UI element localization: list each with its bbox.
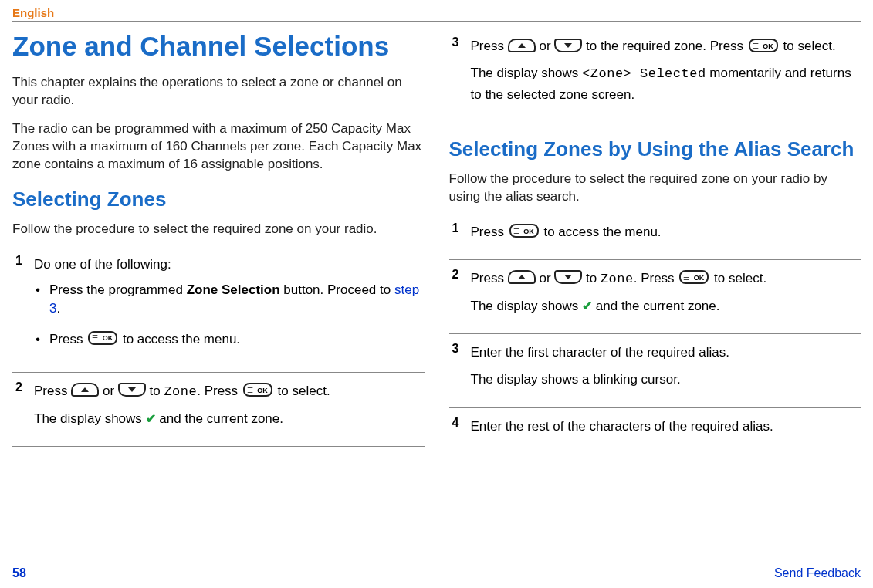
send-feedback-link[interactable]: Send Feedback [774, 566, 861, 580]
intro-paragraph-1: This chapter explains the operations to … [12, 74, 425, 110]
section-selecting-zones-intro: Follow the procedure to select the requi… [12, 221, 425, 238]
footer: 58 Send Feedback [12, 566, 861, 580]
alias-step-4: 4 Enter the rest of the characters of th… [449, 411, 861, 449]
alias-step-4-l1: Enter the rest of the characters of the … [471, 416, 861, 437]
step-2-text-c: to [150, 384, 164, 398]
language-label: English [12, 6, 861, 19]
step-1: 1 Do one of the following: • Press the p… [12, 249, 425, 367]
menu-ok-icon [749, 39, 778, 52]
menu-ok-icon [243, 383, 272, 397]
alias-step-2-l1b: or [539, 271, 554, 286]
alias-step-2-number: 2 [449, 268, 471, 323]
alias-step-2-l1a: Press [471, 271, 508, 286]
bullet-1-text-c: . [56, 301, 60, 316]
bullet-1-text-a: Press the programmed [49, 282, 187, 297]
down-arrow-icon [554, 270, 582, 284]
alias-step-3-content: Enter the first character of the require… [471, 342, 861, 396]
step-divider [449, 407, 861, 408]
alias-step-4-number: 4 [449, 416, 471, 443]
alias-step-3-l1: Enter the first character of the require… [471, 342, 861, 363]
zone-selection-bold: Zone Selection [187, 282, 280, 297]
down-arrow-icon [554, 39, 582, 52]
menu-ok-icon [509, 224, 539, 238]
step-divider [449, 259, 861, 260]
alias-step-3: 3 Enter the first character of the requi… [449, 337, 861, 402]
step-2-line2-a: The display shows [34, 411, 146, 426]
step-3-text-c: to the required zone. Press [586, 39, 747, 53]
step-2-text-e: to select. [278, 384, 330, 398]
alias-step-3-l2: The display shows a blinking cursor. [471, 369, 861, 390]
intro-paragraph-2: The radio can be programmed with a maxim… [12, 120, 425, 174]
alias-step-3-number: 3 [449, 342, 471, 396]
up-arrow-icon [508, 270, 536, 284]
check-icon: ✔ [146, 412, 156, 425]
step-3-line2-a: The display shows [471, 66, 583, 80]
bullet-2-text-b: to access the menu. [123, 332, 240, 346]
step-1-bullet-1: • Press the programmed Zone Selection bu… [34, 281, 425, 318]
step-2-text-a: Press [34, 384, 71, 398]
bullet-dot: • [34, 330, 49, 349]
bullet-2-text-a: Press [49, 332, 86, 346]
step-2-text-d: . Press [197, 384, 242, 398]
alias-step-1-content: Press to access the menu. [471, 221, 861, 248]
alias-step-2-l2b: and the current zone. [592, 299, 719, 313]
bullet-1-text-b: button. Proceed to [280, 282, 394, 297]
step-3-text-d: to select. [783, 39, 836, 53]
zone-selected-mono: <Zone> Selected [582, 66, 706, 81]
right-column: 3 Press or to the required zone. Press t… [449, 31, 861, 454]
alias-step-1-a: Press [471, 225, 508, 239]
step-1-content: Do one of the following: • Press the pro… [34, 254, 425, 361]
alias-step-4-content: Enter the rest of the characters of the … [471, 416, 861, 443]
step-2: 2 Press or to Zone. Press to select. The… [12, 376, 425, 441]
alias-step-2-content: Press or to Zone. Press to select. The d… [471, 268, 861, 323]
alias-step-2: 2 Press or to Zone. Press to select. The… [449, 263, 861, 329]
step-1-bullet-2: • Press to access the menu. [34, 330, 425, 349]
step-3: 3 Press or to the required zone. Press t… [449, 31, 861, 118]
step-2-text-b: or [103, 384, 118, 398]
up-arrow-icon [71, 383, 99, 397]
page-title: Zone and Channel Selections [12, 31, 425, 62]
section-selecting-zones-title: Selecting Zones [12, 188, 425, 211]
alias-step-2-l1e: to select. [714, 271, 766, 286]
step-3-content: Press or to the required zone. Press to … [471, 35, 861, 112]
bullet-dot: • [34, 281, 49, 318]
step-divider [449, 123, 861, 123]
step-2-number: 2 [12, 380, 34, 435]
down-arrow-icon [118, 383, 146, 397]
zone-mono: Zone [601, 272, 634, 286]
menu-ok-icon [88, 331, 117, 345]
step-3-text-a: Press [471, 39, 508, 53]
step-1-lead: Do one of the following: [34, 254, 425, 275]
left-column: Zone and Channel Selections This chapter… [12, 31, 425, 454]
step-3-text-b: or [539, 39, 554, 53]
step-3-number: 3 [449, 35, 471, 112]
alias-step-2-l1d: . Press [634, 271, 678, 286]
step-divider [449, 333, 861, 334]
page-number: 58 [12, 566, 26, 580]
section-alias-search-title: Selecting Zones by Using the Alias Searc… [449, 137, 861, 161]
zone-mono: Zone [164, 384, 197, 399]
alias-step-1-b: to access the menu. [543, 225, 661, 239]
up-arrow-icon [508, 39, 536, 52]
section-alias-search-intro: Follow the procedure to select the requi… [449, 171, 861, 206]
step-2-content: Press or to Zone. Press to select. The d… [34, 380, 425, 435]
alias-step-1-number: 1 [449, 221, 471, 248]
check-icon: ✔ [582, 299, 592, 313]
alias-step-1: 1 Press to access the menu. [449, 217, 861, 255]
step-divider [12, 446, 425, 447]
step-divider [12, 372, 425, 373]
alias-step-2-l2a: The display shows [471, 299, 583, 313]
header-divider [12, 21, 861, 22]
alias-step-2-l1c: to [586, 271, 601, 286]
step-1-number: 1 [12, 254, 34, 361]
menu-ok-icon [679, 270, 709, 284]
step-2-line2-b: and the current zone. [156, 411, 283, 426]
